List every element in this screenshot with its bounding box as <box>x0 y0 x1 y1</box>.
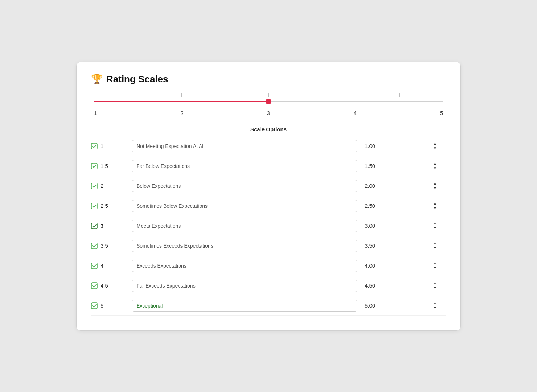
slider-label-1: 1 <box>94 110 97 116</box>
tick-1 <box>94 93 94 97</box>
row-number-label: 1.5 <box>101 163 108 169</box>
row-arrows: ▲ ▼ <box>424 261 446 270</box>
scale-row-row-2: 2 2.00 ▲ ▼ <box>91 176 446 196</box>
row-number-label: 3 <box>101 223 103 229</box>
row-value: 2.00 <box>362 183 420 189</box>
row-number: 4 <box>91 263 127 269</box>
row-name-input[interactable] <box>132 140 357 152</box>
row-arrows: ▲ ▼ <box>424 221 446 230</box>
slider-section: 1 2 3 4 5 <box>91 95 446 116</box>
arrow-down-btn[interactable]: ▼ <box>432 266 438 270</box>
row-name-input[interactable] <box>132 220 357 232</box>
rating-scales-card: 🏆 Rating Scales 1 2 3 4 5 Scale Opt <box>76 62 461 331</box>
row-value: 2.50 <box>362 203 420 209</box>
row-value: 1.50 <box>362 163 420 169</box>
arrow-up-btn[interactable]: ▲ <box>432 201 438 206</box>
row-number: 3 <box>91 223 127 229</box>
arrow-up-btn[interactable]: ▲ <box>432 281 438 285</box>
checkbox-icon[interactable] <box>91 203 98 209</box>
row-name-input[interactable] <box>132 300 357 312</box>
arrow-down-btn[interactable]: ▼ <box>432 166 438 170</box>
scale-options-header: Scale Options <box>91 126 446 132</box>
row-arrows: ▲ ▼ <box>424 301 446 310</box>
tick-4 <box>356 93 356 97</box>
checkbox-icon[interactable] <box>91 163 98 169</box>
arrow-down-btn[interactable]: ▼ <box>432 306 438 310</box>
scale-row-row-3-5: 3.5 3.50 ▲ ▼ <box>91 236 446 256</box>
checkbox-icon[interactable] <box>91 302 98 309</box>
row-number: 4.5 <box>91 282 127 289</box>
row-arrows: ▲ ▼ <box>424 201 446 210</box>
slider-label-2: 2 <box>181 110 184 116</box>
arrow-down-btn[interactable]: ▼ <box>432 206 438 210</box>
row-number-label: 5 <box>101 302 103 309</box>
arrow-down-btn[interactable]: ▼ <box>432 186 438 190</box>
row-arrows: ▲ ▼ <box>424 161 446 170</box>
row-name-input[interactable] <box>132 280 357 292</box>
scale-row-row-3: 3 3.00 ▲ ▼ <box>91 216 446 236</box>
arrow-down-btn[interactable]: ▼ <box>432 146 438 150</box>
arrow-up-btn[interactable]: ▲ <box>432 161 438 166</box>
checkbox-icon[interactable] <box>91 223 98 229</box>
title-text: Rating Scales <box>106 74 168 85</box>
row-value: 4.50 <box>362 282 420 289</box>
slider-label-5: 5 <box>440 110 443 116</box>
row-name-input[interactable] <box>132 160 357 172</box>
arrow-up-btn[interactable]: ▲ <box>432 261 438 265</box>
arrow-up-btn[interactable]: ▲ <box>432 221 438 226</box>
row-number-label: 4 <box>101 263 103 269</box>
slider-label-4: 4 <box>354 110 357 116</box>
page-title: 🏆 Rating Scales <box>91 74 446 85</box>
row-number-label: 3.5 <box>101 243 108 249</box>
slider-thumb[interactable] <box>266 99 271 104</box>
arrow-down-btn[interactable]: ▼ <box>432 286 438 290</box>
row-number: 2 <box>91 183 127 189</box>
row-number: 5 <box>91 302 127 309</box>
checkbox-icon[interactable] <box>91 243 98 249</box>
slider-labels: 1 2 3 4 5 <box>94 110 443 116</box>
checkbox-icon[interactable] <box>91 263 98 269</box>
checkbox-icon[interactable] <box>91 143 98 149</box>
checkbox-icon[interactable] <box>91 183 98 189</box>
scale-rows-container: 1 1.00 ▲ ▼ 1.5 1.50 ▲ ▼ 2 2.00 ▲ ▼ <box>91 136 446 316</box>
row-number: 1 <box>91 143 127 149</box>
tick-3-5 <box>312 93 312 97</box>
scale-row-row-5: 5 5.00 ▲ ▼ <box>91 296 446 316</box>
tick-5 <box>443 93 443 97</box>
row-number-label: 1 <box>101 143 103 149</box>
row-name-input[interactable] <box>132 240 357 252</box>
arrow-up-btn[interactable]: ▲ <box>432 181 438 186</box>
row-number-label: 2.5 <box>101 203 108 209</box>
row-number-label: 4.5 <box>101 282 108 289</box>
row-number: 2.5 <box>91 203 127 209</box>
slider-label-3: 3 <box>267 110 270 116</box>
arrow-down-btn[interactable]: ▼ <box>432 246 438 250</box>
scale-row-row-1: 1 1.00 ▲ ▼ <box>91 136 446 156</box>
row-arrows: ▲ ▼ <box>424 241 446 250</box>
row-name-input[interactable] <box>132 200 357 212</box>
slider-track-wrap[interactable] <box>94 95 443 108</box>
arrow-down-btn[interactable]: ▼ <box>432 226 438 230</box>
row-value: 3.00 <box>362 223 420 229</box>
row-name-input[interactable] <box>132 260 357 272</box>
tick-4-5 <box>399 93 400 97</box>
trophy-icon: 🏆 <box>91 74 103 85</box>
row-number-label: 2 <box>101 183 103 189</box>
arrow-up-btn[interactable]: ▲ <box>432 301 438 305</box>
tick-2-5 <box>225 93 225 97</box>
checkbox-icon[interactable] <box>91 282 98 289</box>
row-number: 3.5 <box>91 243 127 249</box>
row-number: 1.5 <box>91 163 127 169</box>
row-arrows: ▲ ▼ <box>424 281 446 290</box>
scale-row-row-4: 4 4.00 ▲ ▼ <box>91 256 446 276</box>
slider-track-fill <box>94 101 268 102</box>
row-value: 1.00 <box>362 143 420 149</box>
row-arrows: ▲ ▼ <box>424 181 446 190</box>
arrow-up-btn[interactable]: ▲ <box>432 241 438 245</box>
arrow-up-btn[interactable]: ▲ <box>432 141 438 146</box>
row-name-input[interactable] <box>132 180 357 192</box>
row-arrows: ▲ ▼ <box>424 141 446 150</box>
row-value: 4.00 <box>362 263 420 269</box>
tick-1-5 <box>138 93 138 97</box>
scale-row-row-4-5: 4.5 4.50 ▲ ▼ <box>91 276 446 296</box>
